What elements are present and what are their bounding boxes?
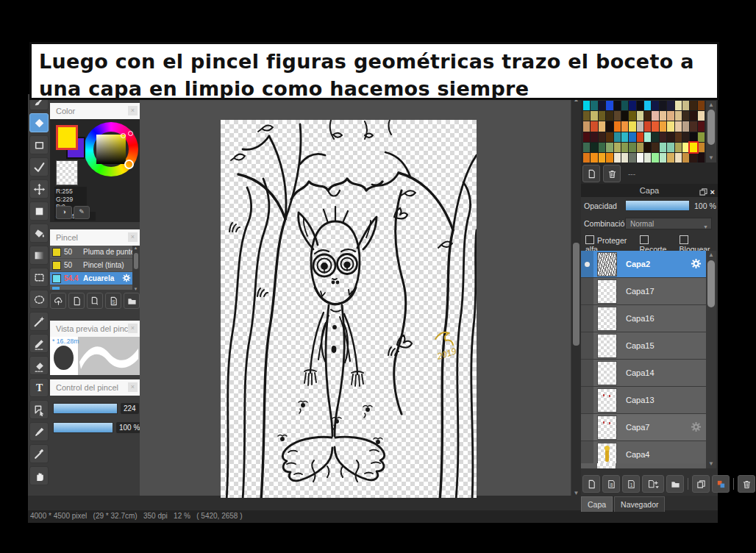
brush-script-button[interactable]: S [105, 293, 121, 309]
palette-swatch[interactable] [652, 111, 658, 121]
palette-swatch[interactable] [690, 153, 696, 163]
palette-swatch[interactable] [599, 132, 605, 142]
palette-swatch[interactable] [698, 121, 705, 131]
canvas-vertical-scrollbar[interactable]: ▲ ▼ [571, 96, 581, 498]
close-icon[interactable]: × [710, 185, 715, 199]
select-rect-tool-button[interactable] [29, 268, 49, 287]
layer-visibility-toggle[interactable] [581, 360, 593, 386]
hue-indicator[interactable] [124, 160, 134, 169]
layer-row[interactable]: Capa2 [581, 251, 706, 278]
palette-swatch[interactable] [583, 143, 590, 152]
layer-row[interactable]: Capa14 [581, 360, 706, 387]
palette-swatch[interactable] [660, 132, 666, 142]
layer-visibility-toggle[interactable] [581, 387, 593, 413]
palette-swatch[interactable] [667, 143, 674, 152]
palette-swatch[interactable] [660, 143, 666, 152]
palette-swatch[interactable] [583, 111, 590, 121]
color-wheel[interactable] [84, 122, 138, 176]
palette-swatch[interactable] [698, 153, 705, 163]
palette-swatch[interactable] [637, 153, 643, 163]
layer-row[interactable]: Capa7 [581, 414, 706, 441]
palette-swatch[interactable] [583, 121, 590, 131]
palette-swatch[interactable] [591, 121, 597, 131]
palette-swatch[interactable] [667, 153, 674, 163]
palette-swatch[interactable] [599, 143, 605, 152]
control-panel-close-icon[interactable]: × [128, 382, 138, 392]
palette-swatch[interactable] [652, 121, 658, 131]
layer-row[interactable]: Capa16 [581, 305, 706, 332]
palette-swatch[interactable] [606, 153, 613, 163]
brush-add-dropdown-button[interactable] [87, 293, 103, 309]
vertical-scroll-thumb[interactable] [573, 243, 580, 346]
add-layer-dropdown-button[interactable] [642, 475, 664, 493]
palette-swatch[interactable] [583, 132, 590, 142]
layer-scroll-thumb[interactable] [707, 260, 715, 307]
palette-add-button[interactable] [582, 165, 600, 182]
palette-swatch[interactable] [637, 111, 643, 121]
layer-visibility-toggle[interactable] [581, 414, 593, 440]
palette-swatch[interactable] [621, 111, 628, 121]
palette-swatch[interactable] [660, 111, 666, 121]
canvas[interactable]: 2019 [221, 120, 477, 498]
palette-swatch[interactable] [682, 143, 689, 152]
palette-swatch[interactable] [606, 143, 613, 152]
palette-swatch[interactable] [644, 121, 651, 131]
palette-swatch[interactable] [629, 153, 635, 163]
layer-row[interactable]: Capa17 [581, 278, 706, 305]
palette-swatch[interactable] [621, 121, 628, 131]
palette-swatch[interactable] [690, 132, 696, 142]
palette-swatch[interactable] [675, 132, 682, 142]
blend-mode-dropdown[interactable]: Normal ▼ [625, 218, 712, 229]
palette-swatch[interactable] [667, 132, 674, 142]
preview-panel-close-icon[interactable]: × [128, 324, 138, 333]
opacity-slider[interactable] [625, 200, 690, 211]
palette-swatch[interactable] [652, 143, 658, 152]
palette-swatch[interactable] [629, 143, 635, 152]
gradient-tool-button[interactable] [29, 246, 49, 265]
palette-scroll-thumb[interactable] [707, 110, 715, 145]
palette-swatch[interactable] [614, 111, 621, 121]
palette-swatch[interactable] [698, 111, 705, 121]
palette-swatch[interactable] [698, 143, 705, 152]
palette-swatch[interactable] [621, 132, 628, 142]
palette-swatch[interactable] [644, 111, 651, 121]
palette-swatch[interactable] [675, 143, 682, 152]
palette-delete-button[interactable] [603, 165, 621, 182]
palette-swatch[interactable] [629, 111, 635, 121]
scroll-down-icon[interactable]: ▼ [132, 287, 139, 292]
tab-navegador[interactable]: Navegador [614, 496, 665, 512]
palette-swatch[interactable] [606, 111, 613, 121]
palette-swatch[interactable] [690, 111, 696, 121]
brush-size-slider[interactable] [53, 403, 118, 414]
palette-swatch[interactable] [629, 132, 635, 142]
add-layer-button[interactable] [582, 475, 600, 493]
palette-swatch[interactable] [652, 132, 658, 142]
palette-swatch[interactable] [621, 153, 628, 163]
brush-add-button[interactable] [68, 293, 85, 309]
pick-color-button[interactable]: ✎ [74, 206, 90, 219]
palette-swatch[interactable] [652, 153, 658, 163]
palette-swatch[interactable] [583, 153, 590, 163]
palette-swatch[interactable] [599, 121, 605, 131]
foreground-color-swatch[interactable] [56, 125, 78, 150]
scroll-down-icon[interactable]: ▼ [706, 154, 716, 163]
layer-list-scrollbar[interactable]: ▲ ▼ [706, 251, 716, 468]
palette-swatch[interactable] [621, 143, 628, 152]
palette-swatch[interactable] [660, 153, 666, 163]
palette-swatch[interactable] [675, 121, 682, 131]
palette-swatch[interactable] [667, 121, 674, 131]
palette-swatch[interactable] [606, 132, 613, 142]
brush-list-item[interactable]: 50 Pluma de punteado [50, 246, 132, 259]
palette-scrollbar[interactable]: ▲ ▼ [706, 101, 716, 163]
eraser-tool-button[interactable] [29, 113, 49, 132]
eyedropper-tool-button[interactable] [29, 444, 49, 463]
tab-capa[interactable]: Capa [581, 496, 613, 512]
palette-swatch[interactable] [690, 143, 696, 152]
select-eraser-tool-button[interactable] [29, 356, 49, 375]
palette-swatch[interactable] [637, 143, 643, 152]
palette-swatch[interactable] [644, 143, 651, 152]
palette-swatch[interactable] [644, 153, 651, 163]
palette-swatch[interactable] [606, 121, 613, 131]
palette-swatch[interactable] [614, 121, 621, 131]
pen-tool-button[interactable] [29, 422, 49, 441]
